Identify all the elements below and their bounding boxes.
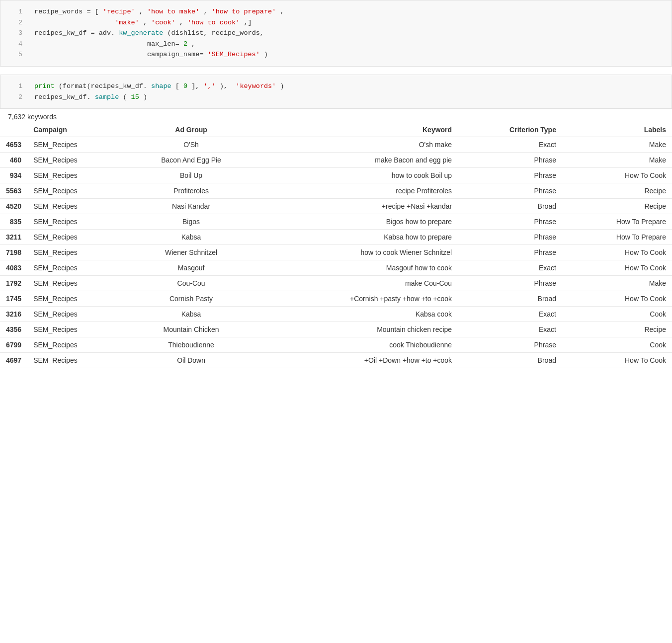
cell-criterion: Broad	[458, 199, 562, 214]
cell-labels: How To Prepare	[562, 214, 672, 230]
code-line-1: 1 recipe_words = [ 'recipe' , 'how to ma…	[8, 6, 664, 17]
cell-keyword: how to cook Boil up	[255, 168, 458, 183]
line2-num-1: 1	[8, 81, 22, 92]
cell-adgroup: Wiener Schnitzel	[127, 245, 255, 260]
cell-adgroup: Bigos	[127, 214, 255, 230]
cell-labels: How To Cook	[562, 245, 672, 260]
cell-labels: Make	[562, 137, 672, 153]
cell-campaign: SEM_Recipes	[27, 183, 127, 199]
cell-index: 4083	[0, 260, 27, 276]
cell-adgroup: Cou-Cou	[127, 276, 255, 291]
cell-index: 3216	[0, 307, 27, 322]
cell-index: 5563	[0, 183, 27, 199]
cell-index: 1745	[0, 291, 27, 307]
cell-adgroup: Kabsa	[127, 307, 255, 322]
line-num-3: 3	[8, 28, 22, 39]
cell-campaign: SEM_Recipes	[27, 307, 127, 322]
cell-campaign: SEM_Recipes	[27, 137, 127, 153]
code-line-4: 4 max_len= 2 ,	[8, 39, 664, 50]
col-adgroup: Ad Group	[127, 123, 255, 137]
cell-keyword: Kabsa how to prepare	[255, 230, 458, 245]
cell-campaign: SEM_Recipes	[27, 153, 127, 168]
table-row: 835 SEM_Recipes Bigos Bigos how to prepa…	[0, 214, 672, 230]
cell-labels: Recipe	[562, 183, 672, 199]
cell-criterion: Phrase	[458, 230, 562, 245]
cell-index: 6799	[0, 337, 27, 353]
table-row: 5563 SEM_Recipes Profiteroles recipe Pro…	[0, 183, 672, 199]
cell-labels: Cook	[562, 337, 672, 353]
table-row: 4520 SEM_Recipes Nasi Kandar +recipe +Na…	[0, 199, 672, 214]
cell-campaign: SEM_Recipes	[27, 337, 127, 353]
table-row: 934 SEM_Recipes Boil Up how to cook Boil…	[0, 168, 672, 183]
cell-criterion: Broad	[458, 353, 562, 368]
cell-adgroup: Thieboudienne	[127, 337, 255, 353]
cell-campaign: SEM_Recipes	[27, 230, 127, 245]
cell-criterion: Exact	[458, 260, 562, 276]
table-row: 6799 SEM_Recipes Thieboudienne cook Thie…	[0, 337, 672, 353]
cell-labels: How To Cook	[562, 353, 672, 368]
cell-keyword: O'sh make	[255, 137, 458, 153]
cell-index: 1792	[0, 276, 27, 291]
cell-adgroup: Profiteroles	[127, 183, 255, 199]
table-row: 4697 SEM_Recipes Oil Down +Oil +Down +ho…	[0, 353, 672, 368]
cell-keyword: recipe Profiteroles	[255, 183, 458, 199]
cell-criterion: Phrase	[458, 337, 562, 353]
cell-criterion: Phrase	[458, 276, 562, 291]
cell-labels: How To Cook	[562, 291, 672, 307]
line-num-4: 4	[8, 39, 22, 50]
results-table: Campaign Ad Group Keyword Criterion Type…	[0, 123, 672, 368]
code2-line-2: 2 recipes_kw_df. sample ( 15 )	[8, 92, 664, 103]
cell-campaign: SEM_Recipes	[27, 199, 127, 214]
cell-keyword: make Cou-Cou	[255, 276, 458, 291]
cell-index: 4697	[0, 353, 27, 368]
code-block-2: 1 print (format(recipes_kw_df. shape [ 0…	[0, 75, 672, 109]
cell-adgroup: Bacon And Egg Pie	[127, 153, 255, 168]
cell-index: 934	[0, 168, 27, 183]
table-row: 3216 SEM_Recipes Kabsa Kabsa cook Exact …	[0, 307, 672, 322]
output-count: 7,632 keywords	[0, 109, 672, 123]
col-campaign: Campaign	[27, 123, 127, 137]
cell-criterion: Broad	[458, 291, 562, 307]
cell-criterion: Phrase	[458, 153, 562, 168]
code-block-1: 1 recipe_words = [ 'recipe' , 'how to ma…	[0, 0, 672, 67]
cell-adgroup: Boil Up	[127, 168, 255, 183]
cell-adgroup: Cornish Pasty	[127, 291, 255, 307]
col-criterion: Criterion Type	[458, 123, 562, 137]
cell-campaign: SEM_Recipes	[27, 260, 127, 276]
cell-campaign: SEM_Recipes	[27, 276, 127, 291]
cell-index: 4653	[0, 137, 27, 153]
cell-keyword: +recipe +Nasi +kandar	[255, 199, 458, 214]
cell-keyword: +Oil +Down +how +to +cook	[255, 353, 458, 368]
cell-criterion: Phrase	[458, 168, 562, 183]
cell-campaign: SEM_Recipes	[27, 214, 127, 230]
cell-adgroup: Kabsa	[127, 230, 255, 245]
code-line-2: 2 'make' , 'cook' , 'how to cook' ,]	[8, 17, 664, 28]
cell-labels: Cook	[562, 307, 672, 322]
code-line-5: 5 campaign_name= 'SEM_Recipes' )	[8, 49, 664, 60]
cell-campaign: SEM_Recipes	[27, 353, 127, 368]
cell-labels: How To Prepare	[562, 230, 672, 245]
cell-labels: How To Cook	[562, 168, 672, 183]
cell-criterion: Exact	[458, 137, 562, 153]
table-row: 4356 SEM_Recipes Mountain Chicken Mounta…	[0, 322, 672, 337]
cell-labels: Recipe	[562, 199, 672, 214]
cell-keyword: Masgouf how to cook	[255, 260, 458, 276]
cell-campaign: SEM_Recipes	[27, 322, 127, 337]
cell-criterion: Exact	[458, 307, 562, 322]
cell-index: 4520	[0, 199, 27, 214]
cell-adgroup: Mountain Chicken	[127, 322, 255, 337]
cell-keyword: Mountain chicken recipe	[255, 322, 458, 337]
cell-criterion: Exact	[458, 322, 562, 337]
table-row: 3211 SEM_Recipes Kabsa Kabsa how to prep…	[0, 230, 672, 245]
cell-labels: Recipe	[562, 322, 672, 337]
cell-criterion: Phrase	[458, 245, 562, 260]
cell-labels: Make	[562, 153, 672, 168]
table-row: 7198 SEM_Recipes Wiener Schnitzel how to…	[0, 245, 672, 260]
cell-index: 835	[0, 214, 27, 230]
cell-keyword: make Bacon and egg pie	[255, 153, 458, 168]
table-row: 460 SEM_Recipes Bacon And Egg Pie make B…	[0, 153, 672, 168]
cell-keyword: Kabsa cook	[255, 307, 458, 322]
line-num-2: 2	[8, 17, 22, 28]
cell-index: 460	[0, 153, 27, 168]
cell-campaign: SEM_Recipes	[27, 291, 127, 307]
